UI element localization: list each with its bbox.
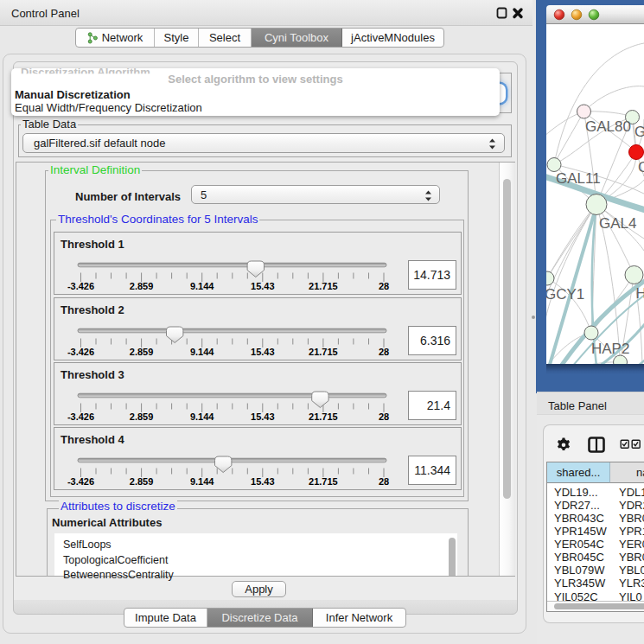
svg-text:HAP2: HAP2 xyxy=(591,341,629,357)
svg-text:28: 28 xyxy=(379,476,389,487)
svg-text:21.715: 21.715 xyxy=(309,411,338,422)
svg-text:GCY1: GCY1 xyxy=(546,286,584,303)
svg-text:9.144: 9.144 xyxy=(190,347,214,357)
svg-text:-3.426: -3.426 xyxy=(67,411,94,422)
svg-text:28: 28 xyxy=(379,347,389,357)
svg-text:GA: GA xyxy=(634,124,644,140)
svg-text:-3.426: -3.426 xyxy=(67,476,94,487)
svg-text:15.43: 15.43 xyxy=(251,281,275,291)
svg-text:H: H xyxy=(636,285,644,302)
svg-text:GAL80: GAL80 xyxy=(585,118,631,135)
svg-text:9.144: 9.144 xyxy=(190,476,214,487)
svg-text:2.859: 2.859 xyxy=(130,476,154,487)
svg-text:15.43: 15.43 xyxy=(251,411,275,422)
svg-text:-3.426: -3.426 xyxy=(67,281,94,291)
svg-text:28: 28 xyxy=(379,411,389,422)
svg-text:-3.426: -3.426 xyxy=(67,347,94,357)
svg-text:15.43: 15.43 xyxy=(251,347,275,357)
svg-text:21.715: 21.715 xyxy=(309,281,338,291)
svg-text:2.859: 2.859 xyxy=(130,281,154,291)
svg-text:9.144: 9.144 xyxy=(190,411,214,422)
svg-text:21.715: 21.715 xyxy=(309,347,338,357)
svg-text:21.715: 21.715 xyxy=(309,476,338,487)
svg-text:28: 28 xyxy=(379,281,389,291)
svg-text:2.859: 2.859 xyxy=(130,411,154,422)
svg-text:GAL4: GAL4 xyxy=(599,215,636,232)
svg-text:2.859: 2.859 xyxy=(130,347,154,357)
svg-text:GAL11: GAL11 xyxy=(556,170,601,187)
svg-text:15.43: 15.43 xyxy=(251,476,275,487)
svg-text:C: C xyxy=(638,159,644,175)
svg-text:9.144: 9.144 xyxy=(190,281,214,291)
